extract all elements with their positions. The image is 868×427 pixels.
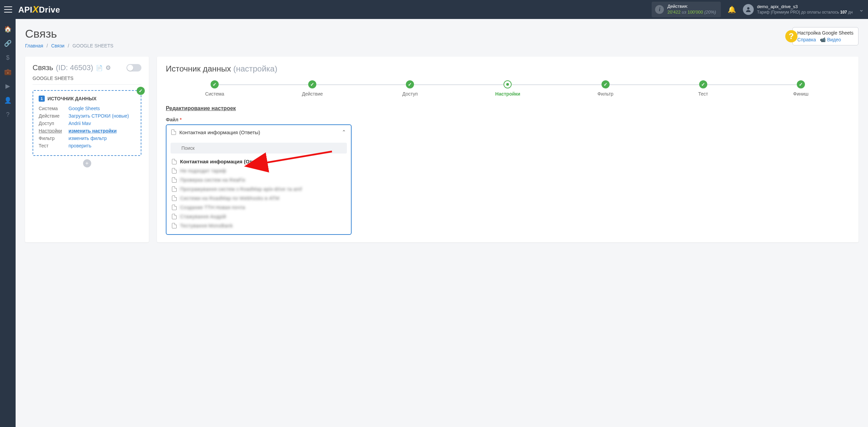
dropdown-list[interactable]: Контактная информация (Ответы) Не подход…	[171, 157, 347, 230]
src-test[interactable]: проверить	[68, 143, 92, 148]
actions-total: 100'000	[688, 9, 703, 15]
nav-billing-icon[interactable]: $	[0, 51, 16, 64]
tariff-days: 107	[840, 10, 847, 15]
right-title: Источник данных	[166, 64, 231, 73]
breadcrumb-current: GOOGLE SHEETS	[73, 43, 114, 48]
dropdown-option[interactable]: Проверка систем на ReaFix	[171, 175, 347, 184]
src-action[interactable]: Загрузить СТРОКИ (новые)	[68, 113, 129, 119]
bell-icon[interactable]: 🔔	[728, 5, 736, 14]
avatar-icon	[743, 4, 754, 15]
source-box: ✓ 1 ИСТОЧНИК ДАННЫХ СистемаGoogle Sheets…	[33, 90, 141, 156]
step-check-icon[interactable]: ✓	[308, 80, 316, 88]
edit-settings-title: Редактирование настроек	[166, 105, 850, 111]
chevron-up-icon: ⌃	[342, 129, 346, 135]
camera-icon: 📹	[820, 37, 826, 42]
sidenav: 🏠 🔗 $ 💼 ▶ 👤 ?	[0, 19, 16, 250]
breadcrumb: Главная / Связи / GOOGLE SHEETS	[25, 43, 113, 48]
check-icon: ✓	[137, 87, 145, 95]
right-panel: Источник данных (настройка) ✓Система ✓Де…	[157, 57, 859, 242]
actions-counter[interactable]: i Действия: 20'422 из 100'000 (20%)	[652, 2, 721, 17]
hamburger-menu[interactable]	[4, 6, 12, 13]
help-title: Настройка Google Sheets	[797, 30, 853, 36]
file-icon	[172, 159, 177, 164]
step-check-icon[interactable]: ✓	[699, 80, 707, 88]
user-menu[interactable]: demo_apix_drive_s3 Тариф |Премиум PRO| д…	[743, 4, 864, 15]
source-title: ИСТОЧНИК ДАННЫХ	[47, 96, 97, 101]
step-current-icon[interactable]	[504, 80, 512, 88]
dropdown-option[interactable]: Стажування Андрій	[171, 212, 347, 221]
dropdown-search-input[interactable]	[171, 143, 347, 154]
src-filter[interactable]: изменить фильтр	[68, 136, 107, 141]
dropdown-option[interactable]: Системи на RoadMap по Webhooks в АТМ	[171, 194, 347, 203]
stepper: ✓Система ✓Действие ✓Доступ Настройки ✓Фи…	[166, 80, 850, 97]
nav-home-icon[interactable]: 🏠	[0, 22, 16, 36]
info-icon: i	[655, 5, 664, 14]
page-title: Связь	[25, 27, 113, 40]
logo[interactable]: APIXDrive	[18, 4, 60, 15]
nav-video-icon[interactable]: ▶	[0, 79, 16, 93]
src-settings[interactable]: изменить настройки	[68, 128, 117, 134]
user-name: demo_apix_drive_s3	[757, 4, 853, 10]
help-box: ? Настройка Google Sheets Справка 📹 Виде…	[792, 27, 859, 45]
src-access[interactable]: Andrii Mav	[68, 121, 91, 126]
help-link-video[interactable]: 📹 Видео	[820, 37, 841, 42]
step-check-icon[interactable]: ✓	[211, 80, 219, 88]
svg-point-0	[747, 7, 750, 9]
nav-help-icon[interactable]: ?	[0, 108, 16, 121]
actions-label: Действия:	[667, 4, 716, 9]
step-check-icon[interactable]: ✓	[601, 80, 610, 88]
dropdown-option[interactable]: Тестування MonoBank	[171, 221, 347, 230]
add-step-button[interactable]: +	[83, 159, 91, 167]
dropdown-option[interactable]: Контактная информация (Ответы)	[171, 157, 347, 166]
actions-pct: (20%)	[704, 9, 716, 15]
help-badge-icon[interactable]: ?	[785, 30, 797, 42]
nav-briefcase-icon[interactable]: 💼	[0, 65, 16, 79]
breadcrumb-home[interactable]: Главная	[25, 43, 43, 48]
conn-subtitle: GOOGLE SHEETS	[33, 76, 141, 85]
file-icon	[172, 223, 177, 228]
left-panel: Связь (ID: 46503) 📄 ⚙ GOOGLE SHEETS ✓ 1 …	[25, 57, 149, 242]
connection-toggle[interactable]	[126, 64, 141, 72]
conn-label: Связь	[33, 63, 53, 72]
dropdown-option[interactable]: Создание ТТН Новая почта	[171, 203, 347, 212]
file-icon	[171, 129, 176, 135]
file-icon	[172, 177, 177, 183]
step-check-icon[interactable]: ✓	[406, 80, 414, 88]
step-check-icon[interactable]: ✓	[797, 80, 805, 88]
src-system[interactable]: Google Sheets	[68, 106, 100, 111]
help-link-doc[interactable]: Справка	[797, 37, 816, 42]
file-icon	[172, 196, 177, 201]
right-subtitle: (настройка)	[233, 64, 277, 73]
file-icon	[172, 168, 177, 174]
step-number-badge: 1	[39, 96, 45, 102]
nav-connections-icon[interactable]: 🔗	[0, 37, 16, 50]
dropdown-selected-text: Контактная информация (Ответы)	[179, 129, 260, 135]
tariff-text: Тариф |Премиум PRO| до оплаты осталось	[757, 10, 840, 15]
conn-id: (ID: 46503)	[56, 63, 93, 72]
file-icon	[172, 205, 177, 210]
dropdown-option[interactable]: Програмування систем з RoadMap apix-driv…	[171, 184, 347, 194]
gear-icon[interactable]: ⚙	[105, 64, 111, 72]
breadcrumb-links[interactable]: Связи	[51, 43, 64, 48]
copy-icon[interactable]: 📄	[96, 65, 103, 71]
file-icon	[172, 214, 177, 219]
field-label: Файл	[166, 117, 178, 122]
required-asterisk: *	[180, 117, 181, 122]
nav-user-icon[interactable]: 👤	[0, 94, 16, 107]
chevron-down-icon: ⌄	[859, 6, 864, 13]
dropdown-selected[interactable]: Контактная информация (Ответы) ⌃	[166, 125, 351, 139]
dropdown-option[interactable]: Не подходит тариф	[171, 166, 347, 175]
topbar: APIXDrive i Действия: 20'422 из 100'000 …	[0, 0, 868, 19]
actions-used: 20'422	[667, 9, 680, 15]
actions-of: из	[682, 9, 686, 15]
file-dropdown[interactable]: Контактная информация (Ответы) ⌃ 🔍 Конта…	[166, 124, 352, 235]
file-icon	[172, 186, 177, 192]
